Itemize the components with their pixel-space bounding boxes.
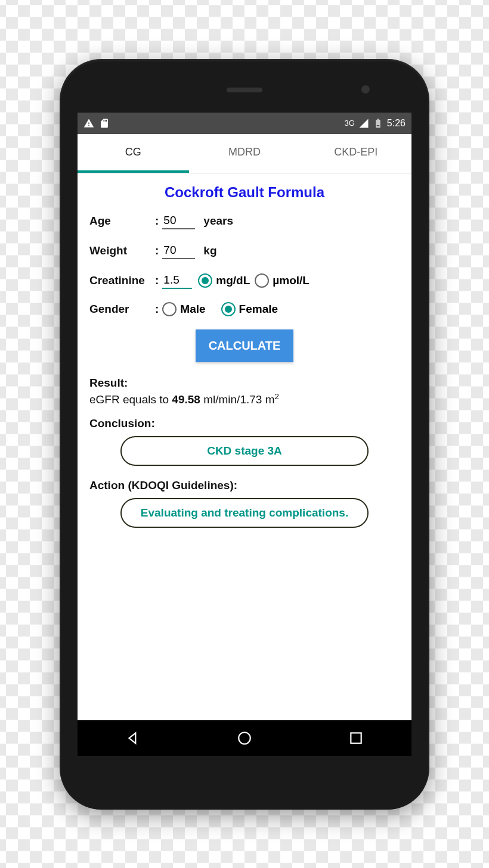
- recent-apps-icon[interactable]: [348, 730, 364, 746]
- row-creatinine: Creatinine : mg/dL µmol/L: [89, 272, 400, 289]
- colon: :: [155, 244, 159, 257]
- creatinine-units: mg/dL µmol/L: [198, 273, 310, 288]
- radio-circle-icon: [162, 302, 177, 316]
- unit-weight: kg: [203, 244, 216, 257]
- android-nav-bar: [78, 720, 411, 756]
- gender-options: Male Female: [162, 302, 278, 316]
- result-prefix: eGFR equals to: [89, 393, 172, 406]
- result-value: 49.58: [172, 393, 200, 406]
- row-weight: Weight : kg: [89, 242, 400, 259]
- tab-ckd-epi[interactable]: CKD-EPI: [300, 134, 411, 173]
- sd-card-icon: [99, 118, 110, 129]
- input-age[interactable]: [162, 213, 195, 229]
- action-box: Evaluating and treating complications.: [120, 498, 369, 528]
- page-title: Cockroft Gault Formula: [89, 184, 400, 201]
- colon: :: [155, 274, 159, 287]
- radio-circle-icon: [198, 273, 212, 288]
- tab-cg[interactable]: CG: [78, 134, 189, 173]
- status-left: [83, 118, 110, 129]
- home-icon[interactable]: [237, 730, 252, 746]
- action-heading: Action (KDOQI Guidelines):: [89, 479, 400, 492]
- phone-speaker: [227, 88, 262, 92]
- label-gender: Gender: [89, 303, 155, 316]
- label-female: Female: [239, 303, 278, 316]
- result-heading: Result:: [89, 377, 400, 390]
- screen: 3G 5:26 CG MDRD CKD-EPI Cockroft Gault F…: [78, 113, 411, 756]
- result-exponent: 2: [274, 392, 278, 401]
- phone-frame: 3G 5:26 CG MDRD CKD-EPI Cockroft Gault F…: [60, 59, 429, 810]
- unit-age: years: [203, 214, 233, 228]
- network-type: 3G: [345, 119, 355, 127]
- result-unit: ml/min/1.73 m: [200, 393, 275, 406]
- radio-umoll[interactable]: µmol/L: [255, 273, 310, 288]
- radio-female[interactable]: Female: [221, 302, 278, 316]
- svg-point-0: [239, 732, 250, 744]
- phone-camera: [361, 85, 370, 94]
- label-umoll: µmol/L: [273, 274, 310, 287]
- label-weight: Weight: [89, 244, 155, 257]
- label-age: Age: [89, 214, 155, 228]
- warning-icon: [83, 118, 94, 129]
- tab-mdrd[interactable]: MDRD: [189, 134, 301, 173]
- label-creatinine: Creatinine: [89, 274, 155, 287]
- back-icon[interactable]: [125, 730, 141, 746]
- input-creatinine[interactable]: [162, 272, 192, 289]
- row-gender: Gender : Male Female: [89, 302, 400, 316]
- radio-circle-icon: [255, 273, 269, 288]
- row-age: Age : years: [89, 213, 400, 229]
- status-time: 5:26: [387, 118, 406, 129]
- calculate-button[interactable]: CALCULATE: [196, 329, 294, 362]
- status-bar: 3G 5:26: [78, 113, 411, 134]
- colon: :: [155, 303, 159, 316]
- radio-male[interactable]: Male: [162, 302, 205, 316]
- signal-icon: [358, 118, 369, 129]
- radio-circle-icon: [221, 302, 236, 316]
- status-right: 3G 5:26: [345, 118, 406, 129]
- colon: :: [155, 214, 159, 228]
- input-weight[interactable]: [162, 242, 195, 259]
- radio-mgdl[interactable]: mg/dL: [198, 273, 250, 288]
- conclusion-heading: Conclusion:: [89, 417, 400, 430]
- conclusion-box: CKD stage 3A: [120, 436, 369, 466]
- label-mgdl: mg/dL: [216, 274, 250, 287]
- tabs: CG MDRD CKD-EPI: [78, 134, 411, 173]
- battery-icon: [373, 118, 383, 129]
- result-text: eGFR equals to 49.58 ml/min/1.73 m2: [89, 392, 400, 406]
- svg-rect-1: [351, 733, 361, 743]
- label-male: Male: [180, 303, 205, 316]
- content: Cockroft Gault Formula Age : years Weigh…: [78, 173, 411, 720]
